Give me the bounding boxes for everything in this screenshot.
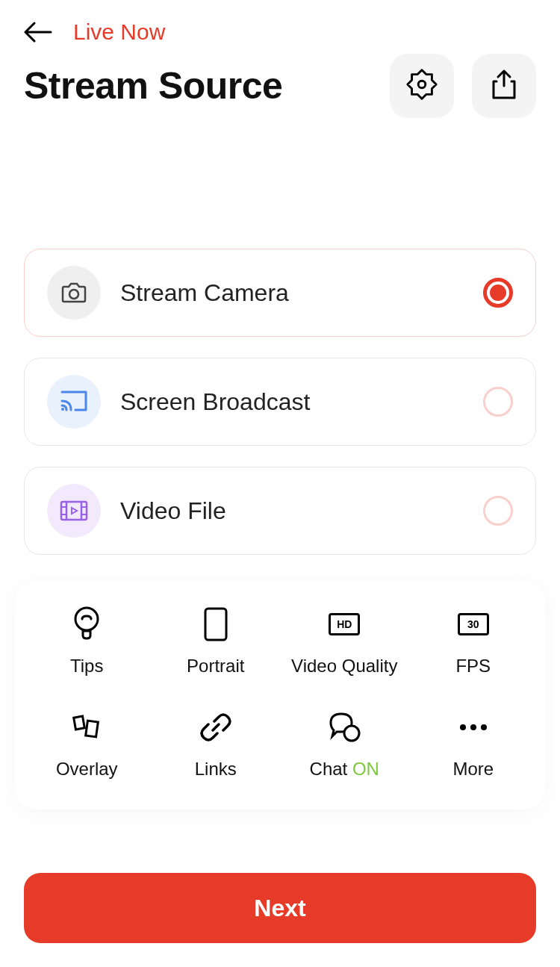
overlay-icon (69, 709, 105, 745)
chat-status: ON (352, 759, 379, 779)
grid-label: Tips (70, 656, 103, 677)
chat-icon (326, 709, 362, 745)
option-label: Video File (120, 497, 483, 525)
svg-point-15 (460, 724, 466, 730)
grid-more[interactable]: More (409, 709, 538, 780)
grid-portrait[interactable]: Portrait (152, 606, 281, 677)
option-label: Screen Broadcast (120, 388, 483, 416)
svg-point-2 (61, 408, 64, 411)
grid-label: FPS (455, 656, 491, 677)
grid-label: Chat ON (310, 759, 379, 780)
grid-chat[interactable]: Chat ON (280, 709, 409, 780)
cast-icon (47, 375, 101, 429)
svg-rect-11 (205, 609, 226, 640)
grid-video-quality[interactable]: HD Video Quality (280, 606, 409, 677)
grid-label: More (452, 759, 494, 780)
svg-point-17 (481, 724, 487, 730)
grid-label: Video Quality (291, 656, 397, 677)
next-button[interactable]: Next (24, 873, 536, 943)
svg-point-10 (75, 608, 98, 630)
svg-rect-13 (86, 721, 99, 737)
share-icon (489, 68, 519, 104)
radio-unselected[interactable] (483, 387, 513, 417)
page-title: Stream Source (24, 64, 282, 108)
back-button[interactable] (24, 18, 52, 46)
settings-panel: Tips Portrait HD Video Quality 30 FPS Ov… (15, 581, 545, 809)
settings-button[interactable] (390, 54, 454, 118)
more-icon (455, 709, 491, 745)
grid-tips[interactable]: Tips (22, 606, 152, 677)
video-file-icon (47, 484, 101, 538)
option-stream-camera[interactable]: Stream Camera (24, 249, 536, 337)
portrait-icon (198, 606, 234, 642)
svg-rect-3 (61, 502, 87, 520)
tips-icon (69, 606, 105, 642)
svg-rect-12 (74, 716, 85, 730)
live-now-link[interactable]: Live Now (73, 19, 165, 45)
radio-selected[interactable] (483, 278, 513, 308)
link-icon (198, 709, 234, 745)
option-label: Stream Camera (120, 279, 483, 307)
hd-icon: HD (326, 606, 362, 642)
option-video-file[interactable]: Video File (24, 467, 536, 555)
grid-label: Portrait (187, 656, 244, 677)
svg-point-1 (69, 290, 78, 299)
grid-label: Links (195, 759, 237, 780)
fps-icon: 30 (455, 606, 491, 642)
svg-point-0 (418, 81, 426, 88)
grid-links[interactable]: Links (152, 709, 281, 780)
radio-unselected[interactable] (483, 496, 513, 526)
option-screen-broadcast[interactable]: Screen Broadcast (24, 358, 536, 446)
grid-fps[interactable]: 30 FPS (409, 606, 538, 677)
grid-overlay[interactable]: Overlay (22, 709, 152, 780)
gear-icon (405, 67, 439, 105)
camera-icon (47, 266, 101, 320)
svg-point-16 (470, 724, 476, 730)
svg-point-14 (344, 726, 359, 741)
share-button[interactable] (472, 54, 536, 118)
grid-label: Overlay (56, 759, 118, 780)
